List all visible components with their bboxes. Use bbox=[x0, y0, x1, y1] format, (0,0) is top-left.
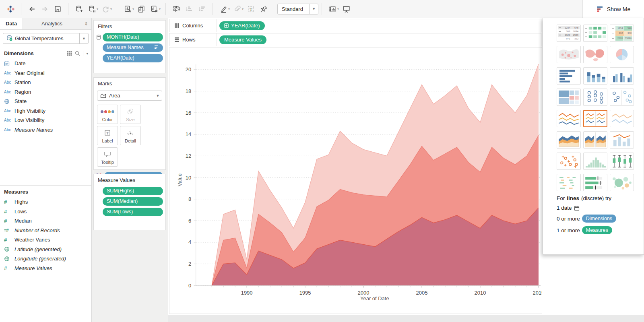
showme-scatter-plot[interactable] bbox=[557, 153, 581, 170]
attach-caret[interactable]: ▾ bbox=[242, 7, 244, 11]
redo-button[interactable] bbox=[38, 2, 51, 15]
mark-type-dropdown[interactable]: Area ▼ bbox=[97, 91, 162, 101]
field-weather-vanes[interactable]: #Weather Vanes bbox=[0, 235, 91, 245]
field-date[interactable]: Date bbox=[0, 59, 91, 68]
showme-packed-bubbles[interactable] bbox=[610, 174, 634, 191]
field-lows[interactable]: #Lows bbox=[0, 207, 91, 217]
fit-selector[interactable]: Standard ▼ bbox=[277, 4, 318, 14]
showme-area-discrete[interactable] bbox=[583, 131, 607, 149]
showme-dual-lines[interactable] bbox=[610, 110, 634, 127]
filter-pill-year-date[interactable]: YEAR(Date) bbox=[103, 54, 163, 62]
pane-options-icon[interactable]: ⇕ bbox=[81, 18, 91, 29]
view-data-icon[interactable] bbox=[67, 51, 72, 56]
field-label: Latitude (generated) bbox=[14, 246, 62, 252]
search-icon[interactable] bbox=[75, 51, 80, 56]
showme-circle-views[interactable] bbox=[583, 89, 607, 106]
rows-shelf[interactable]: Rows Measure Values bbox=[169, 33, 541, 46]
field-measure-names[interactable]: AbcMeasure Names bbox=[0, 125, 91, 135]
showme-pie-chart[interactable] bbox=[610, 46, 634, 63]
tooltip-button[interactable]: Tooltip bbox=[97, 147, 118, 167]
tab-data[interactable]: Data bbox=[0, 18, 23, 29]
globe-icon bbox=[4, 246, 14, 252]
clear-sheet-caret[interactable]: ▾ bbox=[159, 7, 161, 11]
swap-rows-columns-button[interactable] bbox=[170, 2, 183, 15]
duplicate-sheet-button[interactable] bbox=[135, 2, 148, 15]
expand-plus-icon[interactable] bbox=[224, 23, 229, 28]
columns-shelf[interactable]: Columns YEAR(Date) bbox=[169, 19, 541, 32]
fit-selector-caret[interactable]: ▼ bbox=[309, 4, 318, 14]
refresh-caret[interactable]: ▾ bbox=[110, 7, 112, 11]
datasource-caret[interactable]: ▼ bbox=[79, 33, 88, 43]
field-latitude-generated[interactable]: Latitude (generated) bbox=[0, 245, 91, 254]
measure-values-pill-sum-median[interactable]: SUM(Median) bbox=[103, 197, 163, 206]
showme-side-by-side-circles[interactable] bbox=[610, 89, 634, 106]
showme-treemap[interactable] bbox=[557, 89, 581, 106]
showme-filled-map[interactable] bbox=[583, 46, 607, 63]
presentation-mode-button[interactable] bbox=[340, 2, 353, 15]
undo-button[interactable] bbox=[25, 2, 38, 15]
field-number-of-records[interactable]: =#Number of Records bbox=[0, 226, 91, 235]
showme-highlight-table[interactable] bbox=[583, 25, 607, 42]
field-year-original[interactable]: AbcYear Original bbox=[0, 68, 91, 78]
show-me-button[interactable]: Show Me bbox=[582, 0, 644, 18]
showme-lines-continuous[interactable] bbox=[557, 110, 581, 127]
svg-text:4: 4 bbox=[188, 239, 191, 245]
field-longitude-generated[interactable]: Longitude (generated) bbox=[0, 254, 91, 264]
field-highs[interactable]: #Highs bbox=[0, 197, 91, 207]
highlight-caret[interactable]: ▾ bbox=[228, 7, 230, 11]
columns-pill-year-date[interactable]: YEAR(Date) bbox=[219, 21, 265, 30]
sort-descending-button[interactable] bbox=[196, 2, 208, 15]
window-bottom-strip bbox=[168, 315, 644, 322]
area-chart[interactable]: 0246810121416182019901995200020052010201… bbox=[169, 47, 542, 314]
text-annotation-button[interactable]: T bbox=[244, 2, 257, 15]
showme-area-continuous[interactable] bbox=[557, 131, 581, 149]
chart-sheet[interactable]: 0246810121416182019901995200020052010201… bbox=[169, 47, 542, 314]
new-data-source-button[interactable] bbox=[72, 2, 85, 15]
mark-type-caret[interactable]: ▼ bbox=[154, 94, 162, 98]
datasource-selector[interactable]: Global Temperatures ▼ bbox=[3, 33, 89, 44]
field-station[interactable]: AbcStation bbox=[0, 78, 91, 87]
measures-pill: Measures bbox=[582, 226, 612, 234]
measure-values-pill-sum-highs[interactable]: SUM(Highs) bbox=[103, 187, 163, 195]
new-worksheet-caret[interactable]: ▾ bbox=[132, 7, 134, 11]
size-icon bbox=[127, 107, 134, 116]
showme-bullet-graph[interactable] bbox=[583, 174, 607, 191]
mark-labels-caret[interactable]: ▾ bbox=[337, 7, 339, 11]
show-me-label: Show Me bbox=[607, 6, 630, 12]
dimensions-menu-caret[interactable]: ▾ bbox=[86, 52, 88, 56]
showme-gantt[interactable] bbox=[557, 174, 581, 191]
measure-values-pill-sum-lows[interactable]: SUM(Lows) bbox=[103, 208, 163, 216]
field-low-visibility[interactable]: AbcLow Visibility bbox=[0, 116, 91, 125]
rows-icon bbox=[174, 37, 180, 42]
size-button[interactable]: Size bbox=[120, 105, 141, 124]
color-button[interactable]: Color bbox=[97, 105, 118, 124]
field-region[interactable]: AbcRegion bbox=[0, 87, 91, 97]
tab-analytics[interactable]: Analytics bbox=[23, 18, 81, 29]
field-state[interactable]: State bbox=[0, 97, 91, 106]
showme-stacked-bars[interactable] bbox=[583, 67, 607, 85]
hash-icon: # bbox=[4, 218, 14, 224]
field-median[interactable]: #Median bbox=[0, 216, 91, 226]
filter-pill-month-date[interactable]: MONTH(Date) bbox=[103, 33, 163, 41]
pause-updates-caret[interactable]: ▾ bbox=[97, 7, 98, 11]
field-measure-values[interactable]: #Measure Values bbox=[0, 264, 91, 273]
label-button[interactable]: T Label bbox=[97, 126, 118, 145]
showme-histogram[interactable] bbox=[583, 153, 607, 170]
showme-dual-combination[interactable] bbox=[610, 131, 634, 149]
showme-lines-discrete[interactable] bbox=[583, 110, 607, 127]
showme-horizontal-bars[interactable] bbox=[557, 67, 581, 85]
rows-pill-measure-values[interactable]: Measure Values bbox=[219, 35, 266, 44]
sort-ascending-button[interactable] bbox=[183, 2, 196, 15]
showme-side-by-side-bars[interactable] bbox=[610, 67, 634, 85]
detail-button[interactable]: Detail bbox=[120, 126, 141, 145]
color-icon bbox=[101, 107, 114, 116]
save-button[interactable] bbox=[51, 2, 64, 15]
showme-heat-map[interactable]: 1234546 368340 262053890 bbox=[610, 25, 634, 42]
pin-button[interactable] bbox=[257, 2, 270, 15]
showme-symbol-map[interactable] bbox=[557, 46, 581, 63]
field-high-visibility[interactable]: AbcHigh Visibility bbox=[0, 106, 91, 116]
filter-pill-measure-names[interactable]: Measure Names bbox=[103, 43, 163, 52]
showme-text-table[interactable]: 1234678 3682034 26202559 971322 bbox=[557, 25, 581, 42]
area-mark-icon bbox=[100, 93, 106, 98]
showme-box-and-whisker[interactable] bbox=[610, 153, 634, 170]
